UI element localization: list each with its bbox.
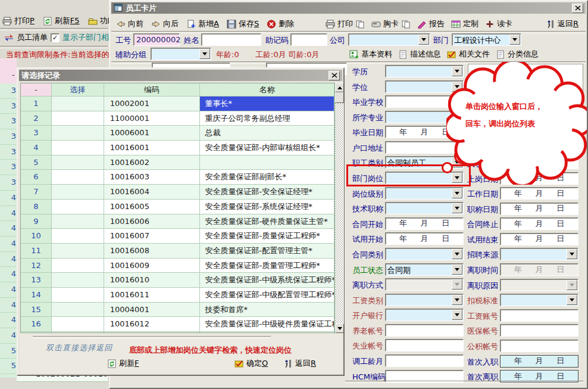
technical-title-dropdown[interactable]	[385, 202, 464, 214]
chest-card-button[interactable]: 胸卡	[371, 18, 411, 29]
leave-reason-dropdown[interactable]	[500, 279, 578, 291]
recruit-source-dropdown[interactable]	[500, 248, 578, 260]
table-row[interactable]: 1010016007安全质量保证部-质量保证工程师*	[21, 229, 334, 244]
table-row[interactable]: 1510004001技委和首席*	[21, 303, 334, 318]
dropdown-arrow-icon[interactable]	[452, 188, 462, 198]
probation-end-date-input[interactable]: 年月日	[500, 233, 578, 245]
contract-start-date-input[interactable]: 年月日	[385, 217, 464, 230]
row-select-cell[interactable]	[52, 141, 104, 155]
previous-button[interactable]: 向前	[116, 18, 143, 29]
column-header-dash[interactable]: -	[21, 83, 52, 97]
pension-account-input[interactable]	[385, 324, 464, 337]
scrollbar-thumb[interactable]	[335, 92, 344, 103]
fund-account-input[interactable]	[500, 340, 578, 352]
tax-standard-dropdown[interactable]	[500, 294, 578, 306]
dropdown-arrow-icon[interactable]	[509, 35, 520, 45]
dialog-refresh-button[interactable]: 刷新F	[107, 358, 139, 369]
dropdown-arrow-icon[interactable]	[452, 249, 462, 259]
table-row[interactable]: 211000001重庆子公司常务副总经理	[21, 111, 334, 126]
row-select-cell[interactable]	[52, 200, 104, 214]
dropdown-arrow-icon[interactable]	[452, 310, 462, 320]
row-select-cell[interactable]	[52, 303, 104, 318]
new-button[interactable]: 新增A	[186, 18, 219, 29]
read-card-button[interactable]: 读卡	[485, 18, 512, 29]
leave-time-date-input[interactable]: 年月日	[500, 263, 578, 276]
table-row[interactable]: 1310016010安全质量保证部-中级系统保证工程师*	[21, 273, 334, 288]
dropdown-arrow-icon[interactable]	[452, 279, 462, 290]
position-grade-dropdown[interactable]	[385, 187, 464, 200]
unemployment-account-input[interactable]	[385, 339, 464, 351]
company-dropdown[interactable]	[348, 33, 430, 46]
dropdown-arrow-icon[interactable]	[567, 249, 577, 259]
table-scrollbar[interactable]	[335, 83, 344, 333]
tab-related-files[interactable]: 相关文件	[447, 49, 490, 60]
probation-start-date-input[interactable]: 年月日	[385, 232, 464, 245]
contract-type-dropdown[interactable]	[385, 248, 464, 260]
dialog-ok-button[interactable]: 确定O	[234, 358, 268, 369]
dropdown-arrow-icon[interactable]	[452, 295, 462, 305]
row-select-cell[interactable]	[52, 97, 104, 111]
table-row[interactable]: 1110016008安全质量保证部-配置管理主管*	[21, 244, 334, 259]
mnemonic-input[interactable]	[290, 33, 327, 46]
aux-group-dropdown[interactable]	[151, 48, 211, 60]
tab-basic-info[interactable]: 基本资料	[349, 49, 392, 60]
employee-status-dropdown[interactable]: 合同期	[385, 263, 464, 276]
table-row[interactable]: 110002001董事长*	[21, 97, 334, 111]
table-row[interactable]: 610016003安全质量保证部副部长*	[21, 170, 334, 185]
row-select-cell[interactable]	[52, 170, 104, 185]
close-icon[interactable]	[572, 4, 583, 13]
scroll-up-icon[interactable]	[335, 83, 344, 92]
return-button[interactable]: 返回R	[546, 18, 578, 29]
row-select-cell[interactable]	[52, 185, 104, 200]
customize-button[interactable]: 定制	[451, 18, 478, 29]
table-row[interactable]: 410016001安全质量保证部-内部审核组组长*	[21, 141, 334, 155]
report-button[interactable]: 报告	[417, 18, 445, 29]
table-row[interactable]: 1210016009安全质量保证部-质量管理工程师*	[21, 259, 334, 273]
medical-account-input[interactable]	[500, 324, 578, 337]
next-button[interactable]: 向后	[151, 18, 179, 29]
row-select-cell[interactable]	[52, 155, 104, 170]
column-header-name[interactable]: 名称	[200, 83, 334, 97]
table-row[interactable]: 1610016012安全质量保证部-中级硬件质量保证工程师*	[21, 317, 334, 332]
first-hire-date-date-input[interactable]: 年月日	[500, 355, 578, 368]
row-select-cell[interactable]	[52, 332, 104, 333]
contract-end-date-input[interactable]: 年月日	[500, 217, 578, 230]
row-select-cell[interactable]	[52, 111, 104, 126]
show-sub-dept-checkbox[interactable]: ✓	[51, 33, 60, 42]
row-select-cell[interactable]	[52, 214, 104, 229]
tab-description[interactable]: 描述信息	[398, 49, 441, 60]
row-select-cell[interactable]	[52, 288, 104, 303]
name-input[interactable]	[201, 33, 261, 46]
column-header-select[interactable]: 选择	[52, 83, 104, 97]
tab-category-info[interactable]: 分类信息	[496, 49, 539, 60]
row-select-cell[interactable]	[52, 126, 104, 141]
title-date-date-input[interactable]: 年月日	[500, 203, 578, 215]
column-header-code[interactable]: 编码	[104, 83, 201, 97]
work-date-date-input[interactable]: 年月日	[500, 187, 578, 200]
table-row[interactable]: 510016002	[21, 155, 334, 170]
row-select-cell[interactable]	[52, 244, 104, 259]
salary-account-input[interactable]	[500, 309, 578, 322]
bank-dropdown[interactable]	[385, 309, 464, 321]
dropdown-arrow-icon[interactable]	[199, 49, 210, 59]
table-row[interactable]: 1710016013安全质量保证部-助理系统工程师*	[21, 332, 334, 333]
dropdown-arrow-icon[interactable]	[567, 280, 577, 290]
print-card-button[interactable]: 打印	[326, 18, 365, 29]
delete-button[interactable]: 删除	[267, 18, 294, 29]
table-row[interactable]: 1410016011安全质量保证部-中级配置管理工程师*	[21, 288, 334, 303]
refresh-button[interactable]: 刷新F5	[43, 15, 80, 26]
print-button[interactable]: 打印P	[2, 15, 35, 26]
dropdown-arrow-icon[interactable]	[567, 295, 577, 305]
salary-category-dropdown[interactable]	[385, 294, 464, 306]
leave-method-dropdown[interactable]	[385, 278, 464, 291]
table-row[interactable]: 310006001总裁	[21, 126, 334, 141]
table-row[interactable]: 910016006安全质量保证部-硬件质量保证主管*	[21, 214, 334, 229]
seniority-adjust-month-input[interactable]	[385, 354, 464, 367]
table-row[interactable]: 810016005安全质量保证部-系统保证经理*	[21, 200, 334, 214]
dept-dropdown[interactable]: 工程设计中心	[452, 33, 521, 46]
table-row[interactable]: 710016004安全质量保证部-安全保证经理*	[21, 185, 334, 200]
row-select-cell[interactable]	[52, 229, 104, 244]
close-icon[interactable]	[329, 71, 340, 80]
dropdown-arrow-icon[interactable]	[418, 35, 429, 45]
dropdown-arrow-icon[interactable]	[452, 203, 462, 213]
